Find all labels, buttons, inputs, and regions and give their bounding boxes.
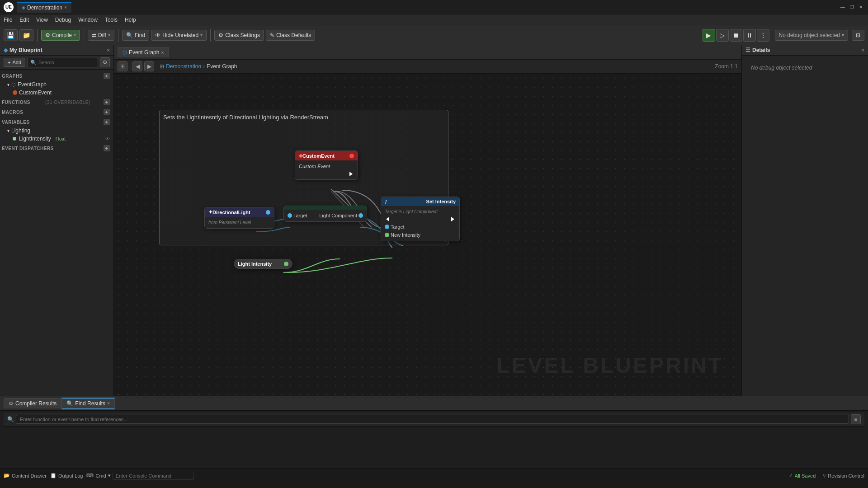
macros-section-header[interactable]: MACROS + [0, 108, 113, 117]
lighting-group-label: Lighting [11, 127, 30, 134]
add-variable-btn[interactable]: + [104, 119, 110, 125]
play-selected-btn[interactable]: ▷ [716, 29, 729, 42]
my-blueprint-tab[interactable]: ◈ My Blueprint [4, 47, 42, 53]
si-exec-out[interactable] [451, 217, 456, 221]
get-component-node[interactable]: Target Light Component [283, 206, 367, 222]
compile-dropdown[interactable]: ▾ [74, 33, 76, 38]
menu-file[interactable]: File [4, 17, 12, 23]
diff-icon: ⇄ [92, 32, 96, 38]
gc-target-pin[interactable] [288, 213, 292, 218]
debug-select-label: No debug object selected [779, 32, 840, 38]
add-button[interactable]: + Add [4, 58, 25, 67]
menu-help[interactable]: Help [125, 17, 136, 23]
diff-label: Diff [98, 32, 106, 38]
add-dispatcher-btn[interactable]: + [104, 145, 110, 151]
diff-btn[interactable]: ⇄ Diff ▾ [88, 30, 114, 41]
grid-view-btn[interactable]: ⊞ [118, 61, 127, 71]
search-box[interactable]: 🔍 Search [27, 58, 98, 67]
close-btn[interactable]: ✕ [857, 4, 864, 11]
debug-dropdown-arrow: ▾ [842, 33, 844, 38]
var-visible-icon[interactable]: 👁 [105, 136, 110, 141]
class-settings-btn[interactable]: ⚙ Class Settings [214, 30, 264, 41]
custom-event-exec-row [299, 170, 354, 178]
find-results-tab[interactable]: 🔍 Find Results × [61, 398, 115, 409]
light-intensity-node[interactable]: Light Intensity [234, 259, 292, 269]
details-close[interactable]: × [862, 47, 864, 53]
li-out-pin[interactable] [284, 262, 288, 266]
find-options-btn[interactable]: ≡ [851, 414, 861, 424]
breadcrumb-part1[interactable]: Demonstration [166, 63, 201, 70]
functions-section-header[interactable]: FUNCTIONS (21 OVERRIDABLE) + [0, 98, 113, 107]
diff-dropdown[interactable]: ▾ [108, 33, 110, 38]
si-target-pin[interactable] [385, 225, 389, 229]
compiler-results-tab[interactable]: ⚙ Compiler Results [4, 398, 61, 408]
stop-btn[interactable]: ⏹ [730, 29, 742, 42]
save-btn[interactable]: 💾 [4, 29, 18, 41]
event-graph-tab-label: Event Graph [129, 49, 159, 56]
restore-btn[interactable]: ❐ [848, 4, 855, 11]
demonstration-tab[interactable]: ◈ Demonstration × [17, 2, 71, 13]
cmd-dropdown[interactable]: ▾ [108, 473, 111, 479]
functions-section: FUNCTIONS (21 OVERRIDABLE) + [0, 98, 113, 107]
more-play-btn[interactable]: ⋮ [757, 29, 769, 42]
content-drawer-btn[interactable]: 📂 Content Drawer [4, 473, 47, 479]
forward-btn[interactable]: ▶ [144, 61, 154, 71]
bottom-tabs: ⚙ Compiler Results 🔍 Find Results × [0, 396, 868, 411]
minimize-btn[interactable]: — [839, 4, 846, 11]
menu-bar: File Edit View Debug Window Tools Help [0, 14, 868, 25]
graph-canvas[interactable]: Sets the LightIntesntiy of Directional L… [114, 74, 741, 396]
compile-btn[interactable]: ⚙ Compile ▾ [41, 30, 80, 41]
custom-event-item[interactable]: CustomEvent [0, 89, 113, 97]
tab-label: Demonstration [27, 5, 62, 11]
si-exec-in[interactable] [385, 217, 389, 221]
pause-btn[interactable]: ⏸ [743, 29, 756, 42]
cmd-input[interactable] [113, 472, 194, 480]
menu-debug[interactable]: Debug [55, 17, 71, 23]
hide-dropdown[interactable]: ▾ [200, 33, 203, 38]
gc-output-pin[interactable] [359, 213, 363, 218]
play-btn[interactable]: ▶ [703, 29, 715, 42]
open-btn[interactable]: 📁 [19, 29, 33, 41]
add-macro-btn[interactable]: + [104, 109, 110, 115]
find-input[interactable] [16, 415, 849, 424]
details-title: ☰ Details [745, 47, 770, 53]
event-graph-tab-close[interactable]: × [161, 50, 164, 55]
blueprint-settings-btn[interactable]: ⚙ [100, 57, 110, 67]
debug-object-select[interactable]: No debug object selected ▾ [775, 30, 848, 41]
find-results-close[interactable]: × [107, 401, 110, 406]
event-dispatchers-header[interactable]: EVENT DISPATCHERS + [0, 144, 113, 153]
revision-control-btn[interactable]: ⑂ Revision Control [823, 473, 864, 479]
si-intensity-pin[interactable] [385, 233, 389, 237]
set-intensity-node[interactable]: ƒ Set Intensity Target is Light Componen… [381, 197, 460, 241]
add-function-btn[interactable]: + [104, 99, 110, 105]
graphs-section-header[interactable]: GRAPHS + [0, 71, 113, 80]
light-intensity-var-item[interactable]: LightIntensity Float 👁 [0, 135, 113, 143]
tab-close-btn[interactable]: × [64, 5, 67, 10]
menu-view[interactable]: View [36, 17, 48, 23]
lighting-group-item[interactable]: ▾ Lighting [0, 127, 113, 135]
debug-extra-btn[interactable]: ⊡ [852, 30, 864, 41]
directional-light-node[interactable]: ✦ DirectionalLight from Persistent Level [204, 207, 274, 229]
custom-event-pin-out[interactable] [349, 154, 354, 158]
right-panel-header: ☰ Details × [742, 45, 868, 56]
find-btn[interactable]: 🔍 Find [122, 30, 149, 41]
blueprint-tree: GRAPHS + ▾ ⬡ EventGraph CustomEvent [0, 70, 113, 396]
menu-window[interactable]: Window [78, 17, 98, 23]
back-btn[interactable]: ◀ [132, 61, 142, 71]
event-graph-item[interactable]: ▾ ⬡ EventGraph [0, 80, 113, 89]
dl-out-pin[interactable] [266, 210, 270, 215]
revision-control-icon: ⑂ [823, 473, 826, 479]
output-log-btn[interactable]: 📋 Output Log [50, 473, 83, 479]
menu-tools[interactable]: Tools [105, 17, 118, 23]
add-graph-btn[interactable]: + [104, 73, 110, 79]
variables-section-header[interactable]: VARIABLES + [0, 117, 113, 127]
class-defaults-btn[interactable]: ✎ Class Defaults [266, 30, 315, 41]
left-panel-close[interactable]: × [107, 47, 110, 53]
exec-out-pin[interactable] [349, 172, 354, 176]
si-subtitle: Target is Light Component [385, 209, 438, 214]
custom-event-node[interactable]: ◈ CustomEvent Custom Event [295, 150, 358, 180]
event-graph-tab[interactable]: ⬡ Event Graph × [118, 47, 169, 57]
find-results-content [4, 427, 864, 466]
menu-edit[interactable]: Edit [19, 17, 29, 23]
hide-unrelated-btn[interactable]: 👁 Hide Unrelated ▾ [151, 30, 207, 41]
